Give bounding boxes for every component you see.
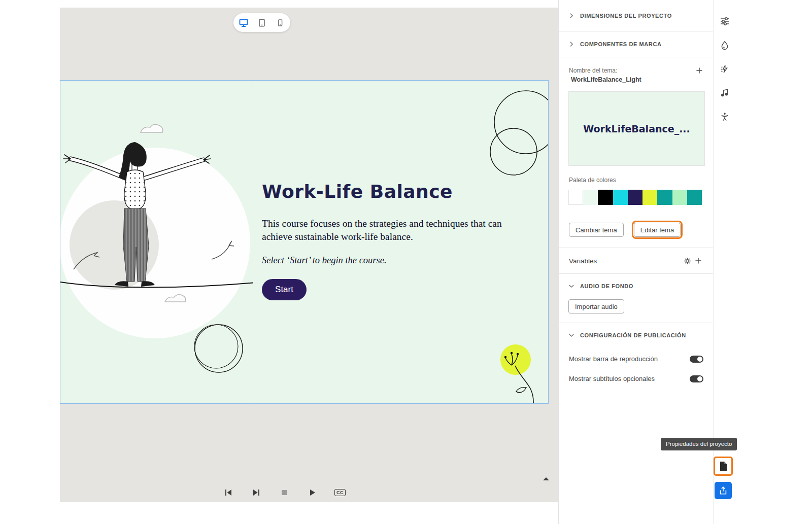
document-icon — [719, 461, 728, 471]
edit-theme-button[interactable]: Editar tema — [634, 223, 681, 237]
plus-icon — [695, 66, 703, 75]
closed-captions-button[interactable]: CC — [335, 487, 345, 498]
start-button[interactable]: Start — [262, 279, 307, 300]
balance-illustration — [60, 81, 253, 404]
palette-swatch[interactable] — [568, 190, 583, 205]
slide-instruction-text[interactable]: Select ‘Start’ to begin the course. — [262, 255, 518, 266]
closed-captions-icon: CC — [334, 489, 346, 496]
show-playbar-label: Mostrar barra de reproducción — [569, 355, 658, 363]
theme-buttons-row: Cambiar tema Editar tema — [569, 223, 681, 237]
section-label: DIMENSIONES DEL PROYECTO — [580, 13, 672, 19]
stop-button[interactable] — [279, 487, 289, 498]
theme-block: Nombre del tema: WorkLifeBalance_Light W… — [559, 57, 713, 248]
show-captions-row: Mostrar subtítulos opcionales — [569, 375, 703, 382]
project-properties-button[interactable] — [714, 457, 733, 476]
palette-label: Paleta de colores — [569, 177, 616, 184]
skip-back-icon — [224, 488, 233, 497]
audio-button[interactable] — [718, 86, 732, 100]
palette-swatch[interactable] — [687, 190, 702, 205]
chevron-up-icon — [542, 476, 550, 482]
skip-forward-icon — [252, 488, 261, 497]
share-button[interactable] — [715, 482, 732, 499]
palette-swatch[interactable] — [598, 190, 613, 205]
palette-swatch[interactable] — [613, 190, 628, 205]
desktop-icon — [239, 18, 249, 28]
sliders-icon — [720, 16, 730, 26]
collapse-bar-button[interactable] — [542, 474, 553, 483]
palette-swatch[interactable] — [583, 190, 598, 205]
play-button[interactable] — [307, 487, 317, 498]
show-captions-toggle[interactable] — [690, 375, 703, 382]
section-brand-components[interactable]: COMPONENTES DE MARCA — [559, 31, 713, 57]
chevron-right-icon — [568, 12, 575, 19]
palette-swatch[interactable] — [672, 190, 687, 205]
canvas-area: Work-Life Balance This course focuses on… — [60, 8, 558, 502]
add-variable-button[interactable] — [693, 255, 704, 266]
slide-content-section: Work-Life Balance This course focuses on… — [253, 81, 548, 403]
add-theme-button[interactable] — [694, 65, 705, 76]
skip-back-button[interactable] — [223, 487, 233, 498]
appearance-button[interactable] — [718, 38, 732, 52]
change-theme-button[interactable]: Cambiar tema — [569, 223, 624, 237]
slide-illustration-section — [60, 81, 253, 403]
section-label: COMPONENTES DE MARCA — [580, 41, 662, 47]
palette-swatch[interactable] — [657, 190, 672, 205]
visual-properties-button[interactable] — [718, 14, 732, 28]
section-label: AUDIO DE FONDO — [580, 283, 633, 289]
gear-icon — [683, 257, 692, 265]
slide-title[interactable]: Work-Life Balance — [262, 181, 518, 202]
chevron-right-icon — [568, 41, 575, 48]
variables-settings-button[interactable] — [682, 255, 693, 266]
variables-label: Variables — [569, 257, 682, 265]
show-playbar-row: Mostrar barra de reproducción — [569, 355, 703, 363]
publish-section: CONFIGURACIÓN DE PUBLICACIÓN Mostrar bar… — [559, 323, 713, 404]
playback-bar: CC — [223, 487, 345, 498]
skip-forward-button[interactable] — [251, 487, 261, 498]
share-upload-icon — [719, 486, 728, 495]
accessibility-icon — [720, 112, 729, 121]
theme-preview-text: WorkLifeBalance_... — [583, 123, 690, 134]
tooltip: Propiedades del proyecto — [661, 438, 737, 450]
slide-canvas[interactable]: Work-Life Balance This course focuses on… — [60, 80, 549, 404]
variables-row: Variables — [559, 248, 713, 274]
slide-text-block: Work-Life Balance This course focuses on… — [262, 181, 518, 300]
color-drop-icon — [720, 41, 729, 50]
tablet-icon — [257, 18, 266, 27]
chevron-down-icon — [568, 283, 575, 290]
mobile-preview-button[interactable] — [273, 16, 287, 30]
stop-icon — [280, 488, 288, 497]
chevron-down-icon — [568, 332, 575, 339]
publish-section-header[interactable]: CONFIGURACIÓN DE PUBLICACIÓN — [568, 332, 686, 339]
mobile-icon — [276, 19, 284, 27]
music-note-icon — [720, 88, 729, 97]
play-icon — [308, 488, 317, 497]
plus-icon — [694, 257, 702, 265]
palette-swatch[interactable] — [628, 190, 642, 205]
theme-name-label: Nombre del tema: — [569, 67, 617, 74]
color-palette — [568, 190, 702, 205]
interactions-button[interactable] — [718, 62, 732, 76]
palette-swatch[interactable] — [642, 190, 657, 205]
show-playbar-toggle[interactable] — [690, 356, 703, 363]
desktop-preview-button[interactable] — [236, 16, 251, 30]
interactions-icon — [720, 64, 729, 74]
tablet-preview-button[interactable] — [255, 16, 269, 30]
theme-name-value: WorkLifeBalance_Light — [571, 76, 641, 83]
theme-preview[interactable]: WorkLifeBalance_... — [568, 91, 705, 166]
audio-section-header[interactable]: AUDIO DE FONDO — [568, 283, 633, 290]
accessibility-button[interactable] — [718, 110, 732, 124]
slide-body-text[interactable]: This course focuses on the strategies an… — [262, 217, 512, 243]
show-captions-label: Mostrar subtítulos opcionales — [569, 375, 655, 382]
section-project-dimensions[interactable]: DIMENSIONES DEL PROYECTO — [559, 0, 713, 31]
app-window: Work-Life Balance This course focuses on… — [0, 0, 812, 524]
audio-section: AUDIO DE FONDO Importar audio — [559, 274, 713, 323]
section-label: CONFIGURACIÓN DE PUBLICACIÓN — [580, 332, 686, 338]
device-preview-toolbar — [233, 13, 290, 32]
import-audio-button[interactable]: Importar audio — [568, 299, 624, 313]
